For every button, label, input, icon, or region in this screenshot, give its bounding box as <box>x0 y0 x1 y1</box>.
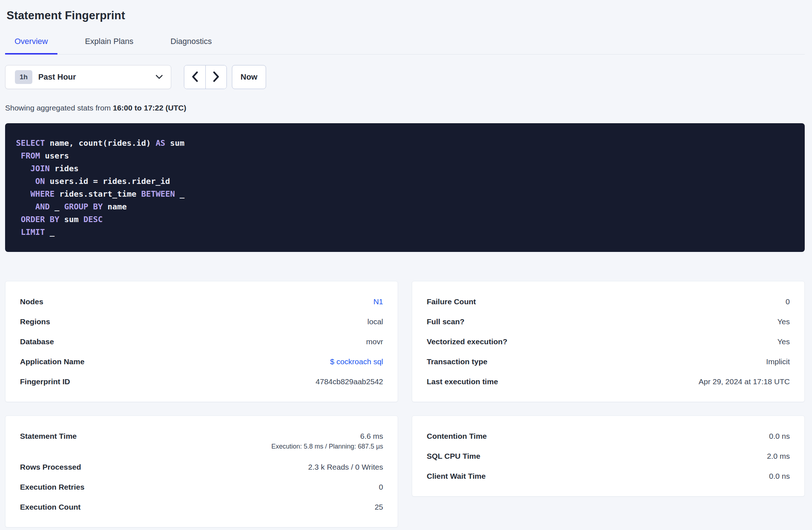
card-row-rows-processed: Rows Processed 2.3 k Reads / 0 Writes <box>20 457 383 477</box>
transaction-type-label: Transaction type <box>427 357 487 366</box>
card-row-vectorized-execution: Vectorized execution? Yes <box>427 332 790 352</box>
client-wait-time-value: 0.0 ns <box>769 472 790 481</box>
statement-time-label: Statement Time <box>20 431 77 441</box>
time-next-button[interactable] <box>205 65 226 89</box>
card-row-statement-time: Statement Time 6.6 ms Execution: 5.8 ms … <box>20 426 383 457</box>
full-scan-label: Full scan? <box>427 317 465 326</box>
rows-processed-value: 2.3 k Reads / 0 Writes <box>308 463 383 471</box>
card-row-nodes: Nodes N1 <box>20 292 383 312</box>
card-row-database: Database movr <box>20 332 383 352</box>
card-row-last-execution-time: Last execution time Apr 29, 2024 at 17:1… <box>427 372 790 392</box>
timing-cards-row: Statement Time 6.6 ms Execution: 5.8 ms … <box>5 415 805 527</box>
card-row-failure-count: Failure Count 0 <box>427 292 790 312</box>
sql-cpu-time-label: SQL CPU Time <box>427 452 480 461</box>
execution-count-value: 25 <box>375 503 383 511</box>
overview-card-right: Failure Count 0 Full scan? Yes Vectorize… <box>412 281 805 402</box>
time-controls: 1h Past Hour Now <box>5 65 805 89</box>
contention-time-value: 0.0 ns <box>769 432 790 441</box>
card-row-execution-count: Execution Count 25 <box>20 497 383 517</box>
fingerprint-id-label: Fingerprint ID <box>20 377 70 386</box>
card-row-regions: Regions local <box>20 312 383 332</box>
last-execution-time-label: Last execution time <box>427 377 498 386</box>
statement-fingerprint-page: Statement Fingerprint Overview Explain P… <box>0 9 812 527</box>
time-range-label: Past Hour <box>38 72 76 82</box>
timing-card-right: Contention Time 0.0 ns SQL CPU Time 2.0 … <box>412 415 805 497</box>
application-name-value-link[interactable]: $ cockroach sql <box>330 357 383 366</box>
overview-card-left: Nodes N1 Regions local Database movr App… <box>5 281 398 402</box>
client-wait-time-label: Client Wait Time <box>427 472 486 481</box>
aggregated-stats-prefix: Showing aggregated stats from <box>5 104 113 112</box>
regions-value: local <box>367 317 383 326</box>
card-row-application-name: Application Name $ cockroach sql <box>20 352 383 372</box>
failure-count-label: Failure Count <box>427 297 476 306</box>
page-title: Statement Fingerprint <box>7 9 805 23</box>
card-row-full-scan: Full scan? Yes <box>427 312 790 332</box>
time-prev-button[interactable] <box>184 65 205 89</box>
contention-time-label: Contention Time <box>427 432 487 441</box>
last-execution-time-value: Apr 29, 2024 at 17:18 UTC <box>699 377 790 386</box>
tab-diagnostics[interactable]: Diagnostics <box>161 32 221 55</box>
statement-time-value-block: 6.6 ms Execution: 5.8 ms / Planning: 687… <box>271 431 383 451</box>
timing-card-left: Statement Time 6.6 ms Execution: 5.8 ms … <box>5 415 398 527</box>
statement-time-breakdown: Execution: 5.8 ms / Planning: 687.5 µs <box>271 441 383 451</box>
sql-statement-box: SELECT name, count(rides.id) AS sum FROM… <box>5 123 805 252</box>
time-range-badge: 1h <box>15 70 32 84</box>
nodes-label: Nodes <box>20 297 43 306</box>
aggregated-stats-text: Showing aggregated stats from 16:00 to 1… <box>5 104 805 112</box>
card-row-transaction-type: Transaction type Implicit <box>427 352 790 372</box>
overview-cards-row: Nodes N1 Regions local Database movr App… <box>5 281 805 402</box>
chevron-right-icon <box>213 71 220 83</box>
vectorized-execution-label: Vectorized execution? <box>427 337 507 346</box>
tab-overview[interactable]: Overview <box>5 32 57 55</box>
chevron-down-icon <box>156 75 163 80</box>
time-range-dropdown[interactable]: 1h Past Hour <box>5 65 171 89</box>
execution-retries-value: 0 <box>379 483 383 491</box>
aggregated-stats-range: 16:00 to 17:22 (UTC) <box>113 104 186 112</box>
sql-code: SELECT name, count(rides.id) AS sum FROM… <box>16 138 185 237</box>
time-window-arrow-group <box>184 65 227 89</box>
full-scan-value: Yes <box>777 317 790 326</box>
card-row-sql-cpu-time: SQL CPU Time 2.0 ms <box>427 446 790 466</box>
execution-count-label: Execution Count <box>20 503 81 511</box>
chevron-left-icon <box>192 71 198 83</box>
application-name-label: Application Name <box>20 357 84 366</box>
card-row-client-wait-time: Client Wait Time 0.0 ns <box>427 466 790 486</box>
statement-time-value: 6.6 ms <box>271 431 383 441</box>
card-row-fingerprint-id: Fingerprint ID 4784cb829aab2542 <box>20 372 383 392</box>
card-row-contention-time: Contention Time 0.0 ns <box>427 426 790 446</box>
transaction-type-value: Implicit <box>766 357 790 366</box>
regions-label: Regions <box>20 317 50 326</box>
database-value: movr <box>366 337 383 346</box>
sql-statement: SELECT name, count(rides.id) AS sum FROM… <box>16 137 794 238</box>
sql-cpu-time-value: 2.0 ms <box>767 452 790 461</box>
tab-bar: Overview Explain Plans Diagnostics <box>5 32 805 55</box>
nodes-value-link[interactable]: N1 <box>373 297 383 306</box>
now-button[interactable]: Now <box>232 65 266 89</box>
card-row-execution-retries: Execution Retries 0 <box>20 477 383 497</box>
failure-count-value: 0 <box>785 297 790 306</box>
rows-processed-label: Rows Processed <box>20 463 81 471</box>
execution-retries-label: Execution Retries <box>20 483 84 491</box>
fingerprint-id-value: 4784cb829aab2542 <box>315 377 383 386</box>
database-label: Database <box>20 337 54 346</box>
tab-explain-plans[interactable]: Explain Plans <box>76 32 143 55</box>
vectorized-execution-value: Yes <box>777 337 790 346</box>
